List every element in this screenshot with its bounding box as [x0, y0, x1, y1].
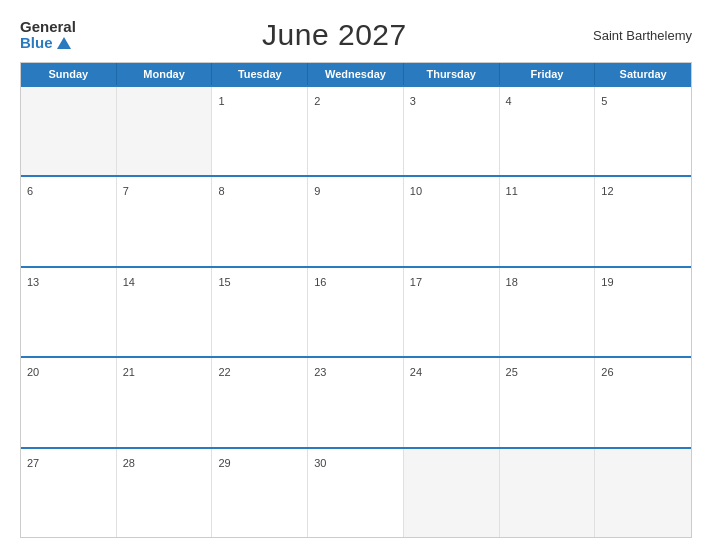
date-number: 1	[218, 95, 224, 107]
table-row: 6	[21, 177, 117, 265]
date-number: 25	[506, 366, 518, 378]
col-monday: Monday	[117, 63, 213, 85]
calendar-week-4: 20212223242526	[21, 356, 691, 446]
table-row: 11	[500, 177, 596, 265]
calendar-body: 1234567891011121314151617181920212223242…	[21, 85, 691, 537]
calendar-week-5: 27282930	[21, 447, 691, 537]
table-row	[404, 449, 500, 537]
date-number: 3	[410, 95, 416, 107]
table-row: 22	[212, 358, 308, 446]
table-row: 4	[500, 87, 596, 175]
date-number: 24	[410, 366, 422, 378]
table-row: 26	[595, 358, 691, 446]
col-tuesday: Tuesday	[212, 63, 308, 85]
date-number: 4	[506, 95, 512, 107]
date-number: 9	[314, 185, 320, 197]
date-number: 5	[601, 95, 607, 107]
table-row: 19	[595, 268, 691, 356]
col-friday: Friday	[500, 63, 596, 85]
table-row: 14	[117, 268, 213, 356]
month-title: June 2027	[262, 18, 407, 52]
table-row: 9	[308, 177, 404, 265]
col-saturday: Saturday	[595, 63, 691, 85]
date-number: 17	[410, 276, 422, 288]
date-number: 19	[601, 276, 613, 288]
col-wednesday: Wednesday	[308, 63, 404, 85]
calendar-week-1: 12345	[21, 85, 691, 175]
date-number: 16	[314, 276, 326, 288]
date-number: 26	[601, 366, 613, 378]
logo: General Blue	[20, 19, 76, 52]
date-number: 20	[27, 366, 39, 378]
date-number: 8	[218, 185, 224, 197]
page: General Blue June 2027 Saint Barthelemy …	[0, 0, 712, 550]
date-number: 14	[123, 276, 135, 288]
date-number: 22	[218, 366, 230, 378]
table-row: 30	[308, 449, 404, 537]
table-row: 23	[308, 358, 404, 446]
table-row: 16	[308, 268, 404, 356]
date-number: 29	[218, 457, 230, 469]
table-row: 21	[117, 358, 213, 446]
table-row: 15	[212, 268, 308, 356]
calendar-week-3: 13141516171819	[21, 266, 691, 356]
table-row: 7	[117, 177, 213, 265]
col-sunday: Sunday	[21, 63, 117, 85]
date-number: 15	[218, 276, 230, 288]
table-row: 2	[308, 87, 404, 175]
date-number: 7	[123, 185, 129, 197]
table-row: 17	[404, 268, 500, 356]
date-number: 2	[314, 95, 320, 107]
table-row: 29	[212, 449, 308, 537]
calendar-header-row: Sunday Monday Tuesday Wednesday Thursday…	[21, 63, 691, 85]
logo-triangle-icon	[57, 37, 71, 49]
table-row: 12	[595, 177, 691, 265]
table-row: 8	[212, 177, 308, 265]
date-number: 13	[27, 276, 39, 288]
table-row: 20	[21, 358, 117, 446]
date-number: 28	[123, 457, 135, 469]
table-row: 3	[404, 87, 500, 175]
date-number: 23	[314, 366, 326, 378]
col-thursday: Thursday	[404, 63, 500, 85]
table-row: 18	[500, 268, 596, 356]
calendar-week-2: 6789101112	[21, 175, 691, 265]
date-number: 30	[314, 457, 326, 469]
date-number: 12	[601, 185, 613, 197]
calendar: Sunday Monday Tuesday Wednesday Thursday…	[20, 62, 692, 538]
date-number: 18	[506, 276, 518, 288]
region-label: Saint Barthelemy	[593, 28, 692, 43]
logo-general-text: General	[20, 19, 76, 36]
date-number: 10	[410, 185, 422, 197]
header: General Blue June 2027 Saint Barthelemy	[20, 18, 692, 52]
table-row: 25	[500, 358, 596, 446]
date-number: 21	[123, 366, 135, 378]
table-row: 13	[21, 268, 117, 356]
logo-blue-text: Blue	[20, 35, 71, 52]
table-row	[595, 449, 691, 537]
table-row: 10	[404, 177, 500, 265]
table-row	[117, 87, 213, 175]
date-number: 11	[506, 185, 518, 197]
date-number: 6	[27, 185, 33, 197]
table-row: 28	[117, 449, 213, 537]
table-row: 5	[595, 87, 691, 175]
date-number: 27	[27, 457, 39, 469]
table-row	[500, 449, 596, 537]
table-row: 1	[212, 87, 308, 175]
table-row	[21, 87, 117, 175]
table-row: 27	[21, 449, 117, 537]
table-row: 24	[404, 358, 500, 446]
